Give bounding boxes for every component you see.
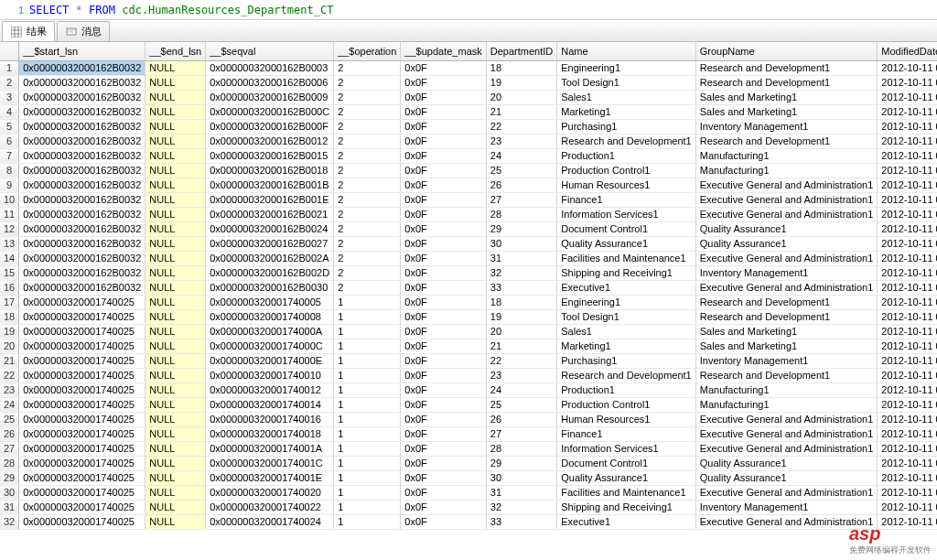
table-row[interactable]: 10x00000032000162B0032NULL0x000000320001… [0, 60, 937, 75]
table-row[interactable]: 90x00000032000162B0032NULL0x000000320001… [0, 178, 937, 192]
cell-seqval[interactable]: 0x000000320001740022 [206, 500, 334, 514]
cell-update-mask[interactable]: 0x0F [401, 75, 486, 90]
cell-group-name[interactable]: Quality Assurance1 [695, 470, 878, 485]
cell-department-id[interactable]: 26 [486, 412, 556, 426]
cell-department-id[interactable]: 20 [486, 90, 556, 104]
cell-department-id[interactable]: 33 [486, 514, 556, 529]
cell-operation[interactable]: 2 [334, 163, 401, 178]
cell-modified-date[interactable]: 2012-10-11 09:26:51.133 [878, 60, 937, 75]
cell-start-lsn[interactable]: 0x000000320001740025 [19, 339, 145, 353]
table-row[interactable]: 200x000000320001740025NULL0x000000320001… [0, 339, 937, 353]
cell-operation[interactable]: 1 [334, 368, 401, 382]
cell-name[interactable]: Facilities and Maintenance1 [557, 485, 695, 500]
cell-start-lsn[interactable]: 0x00000032000162B0032 [19, 265, 145, 280]
cell-seqval[interactable]: 0x00000032000162B001B [206, 178, 334, 192]
cell-modified-date[interactable]: 2012-10-11 09:26:51.133 [878, 426, 937, 441]
cell-end-lsn[interactable]: NULL [145, 178, 206, 192]
cell-start-lsn[interactable]: 0x00000032000162B0032 [19, 178, 145, 192]
cell-start-lsn[interactable]: 0x00000032000162B0032 [19, 163, 145, 178]
cell-start-lsn[interactable]: 0x00000032000162B0032 [19, 148, 145, 163]
col-header[interactable]: __$update_mask [401, 42, 486, 60]
cell-end-lsn[interactable]: NULL [145, 251, 206, 265]
cell-group-name[interactable]: Sales and Marketing1 [695, 104, 878, 119]
cell-modified-date[interactable]: 2012-10-11 09:26:51.133 [878, 382, 937, 397]
cell-update-mask[interactable]: 0x0F [401, 470, 486, 485]
cell-operation[interactable]: 2 [334, 280, 401, 295]
cell-end-lsn[interactable]: NULL [145, 426, 206, 441]
cell-department-id[interactable]: 33 [486, 280, 556, 295]
cell-operation[interactable]: 2 [334, 236, 401, 251]
cell-modified-date[interactable]: 2012-10-11 09:26:51.133 [878, 236, 937, 251]
table-row[interactable]: 260x000000320001740025NULL0x000000320001… [0, 426, 937, 441]
cell-name[interactable]: Research and Development1 [557, 134, 695, 148]
cell-group-name[interactable]: Inventory Management1 [695, 265, 878, 280]
row-number[interactable]: 22 [0, 368, 19, 382]
cell-seqval[interactable]: 0x00000032000162B0027 [206, 236, 334, 251]
table-row[interactable]: 210x000000320001740025NULL0x000000320001… [0, 353, 937, 368]
cell-start-lsn[interactable]: 0x000000320001740025 [19, 514, 145, 529]
cell-start-lsn[interactable]: 0x000000320001740025 [19, 470, 145, 485]
table-row[interactable]: 60x00000032000162B0032NULL0x000000320001… [0, 134, 937, 148]
cell-operation[interactable]: 1 [334, 324, 401, 339]
cell-start-lsn[interactable]: 0x000000320001740025 [19, 382, 145, 397]
cell-department-id[interactable]: 25 [486, 397, 556, 412]
cell-start-lsn[interactable]: 0x00000032000162B0032 [19, 104, 145, 119]
cell-department-id[interactable]: 29 [486, 221, 556, 236]
table-row[interactable]: 190x000000320001740025NULL0x000000320001… [0, 324, 937, 339]
cell-name[interactable]: Production1 [557, 382, 695, 397]
cell-modified-date[interactable]: 2012-10-11 09:26:51.133 [878, 500, 937, 514]
cell-department-id[interactable]: 19 [486, 75, 556, 90]
row-number[interactable]: 11 [0, 207, 19, 221]
cell-operation[interactable]: 2 [334, 104, 401, 119]
cell-update-mask[interactable]: 0x0F [401, 192, 486, 207]
cell-end-lsn[interactable]: NULL [145, 192, 206, 207]
cell-end-lsn[interactable]: NULL [145, 134, 206, 148]
row-number[interactable]: 20 [0, 339, 19, 353]
cell-modified-date[interactable]: 2012-10-11 09:26:51.133 [878, 397, 937, 412]
cell-group-name[interactable]: Quality Assurance1 [695, 221, 878, 236]
cell-update-mask[interactable]: 0x0F [401, 251, 486, 265]
row-header-corner[interactable] [0, 42, 19, 60]
row-number[interactable]: 10 [0, 192, 19, 207]
cell-modified-date[interactable]: 2012-10-11 09:26:51.133 [878, 251, 937, 265]
cell-update-mask[interactable]: 0x0F [401, 104, 486, 119]
cell-operation[interactable]: 2 [334, 134, 401, 148]
cell-name[interactable]: Information Services1 [557, 441, 695, 456]
cell-seqval[interactable]: 0x000000320001740020 [206, 485, 334, 500]
cell-end-lsn[interactable]: NULL [145, 295, 206, 309]
cell-seqval[interactable]: 0x00000032000162B0003 [206, 60, 334, 75]
cell-start-lsn[interactable]: 0x00000032000162B0032 [19, 251, 145, 265]
col-header[interactable]: ModifiedDate [878, 42, 937, 60]
cell-name[interactable]: Research and Development1 [557, 368, 695, 382]
cell-group-name[interactable]: Executive General and Administration1 [695, 192, 878, 207]
cell-group-name[interactable]: Executive General and Administration1 [695, 412, 878, 426]
cell-operation[interactable]: 2 [334, 265, 401, 280]
cell-end-lsn[interactable]: NULL [145, 485, 206, 500]
cell-name[interactable]: Executive1 [557, 280, 695, 295]
cell-group-name[interactable]: Executive General and Administration1 [695, 207, 878, 221]
cell-seqval[interactable]: 0x000000320001740024 [206, 514, 334, 529]
cell-update-mask[interactable]: 0x0F [401, 426, 486, 441]
cell-modified-date[interactable]: 2012-10-11 09:26:51.133 [878, 309, 937, 324]
tab-results[interactable]: 结果 [2, 21, 55, 41]
cell-end-lsn[interactable]: NULL [145, 382, 206, 397]
table-row[interactable]: 130x00000032000162B0032NULL0x00000032000… [0, 236, 937, 251]
table-row[interactable]: 290x000000320001740025NULL0x000000320001… [0, 470, 937, 485]
cell-name[interactable]: Information Services1 [557, 207, 695, 221]
cell-end-lsn[interactable]: NULL [145, 148, 206, 163]
cell-seqval[interactable]: 0x000000320001740005 [206, 295, 334, 309]
cell-seqval[interactable]: 0x00000032000162B0006 [206, 75, 334, 90]
cell-department-id[interactable]: 30 [486, 470, 556, 485]
cell-end-lsn[interactable]: NULL [145, 104, 206, 119]
cell-seqval[interactable]: 0x00000032000162B000F [206, 119, 334, 134]
cell-start-lsn[interactable]: 0x000000320001740025 [19, 353, 145, 368]
cell-department-id[interactable]: 22 [486, 119, 556, 134]
cell-end-lsn[interactable]: NULL [145, 90, 206, 104]
cell-start-lsn[interactable]: 0x00000032000162B0032 [19, 221, 145, 236]
cell-modified-date[interactable]: 2012-10-11 09:26:51.133 [878, 90, 937, 104]
row-number[interactable]: 16 [0, 280, 19, 295]
cell-end-lsn[interactable]: NULL [145, 441, 206, 456]
cell-start-lsn[interactable]: 0x000000320001740025 [19, 295, 145, 309]
cell-modified-date[interactable]: 2012-10-11 09:26:51.133 [878, 75, 937, 90]
cell-modified-date[interactable]: 2012-10-11 09:26:51.133 [878, 207, 937, 221]
